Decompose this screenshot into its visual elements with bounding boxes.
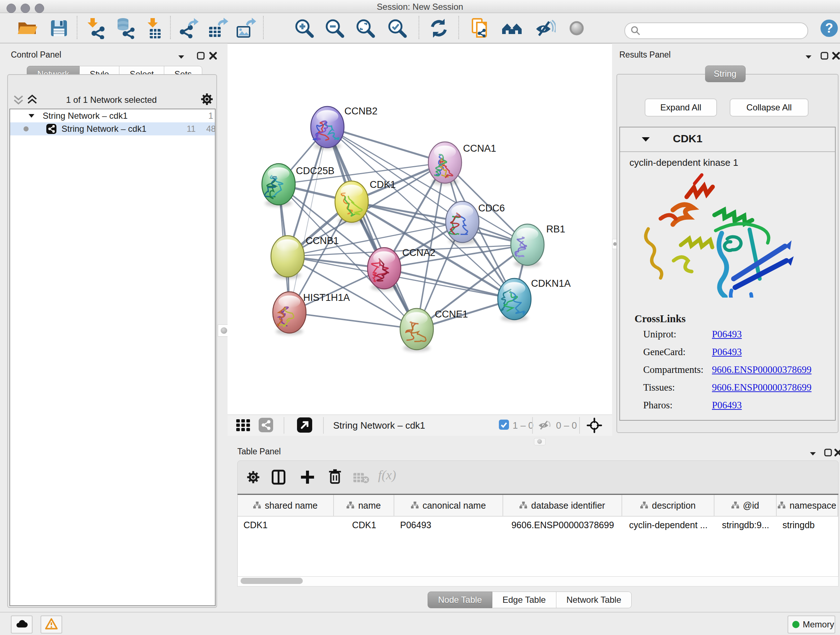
edge-HIST1H1A-CCNE1[interactable] [289,312,417,329]
horizontal-splitter-handle[interactable] [534,438,546,445]
collapse-all-button[interactable]: Collapse All [729,98,808,117]
entry-collapse-icon[interactable] [641,136,651,143]
crosslink-row: Compartments:9606.ENSP00000378699 [643,364,824,375]
table-cell[interactable]: CDK1 [334,516,394,533]
node-RB1[interactable]: RB1 [511,224,565,267]
crosslink-link[interactable]: P06493 [712,347,742,358]
cloud-icon [15,618,28,629]
open-session-icon[interactable] [16,17,38,39]
network-row-selected[interactable]: String Network – cdk1 11 48 [10,122,215,135]
control-panel-float-icon[interactable] [177,52,186,62]
add-column-icon[interactable] [299,469,316,486]
gray-sphere-icon[interactable] [566,17,587,39]
node-CCNA2[interactable]: CCNA2 [368,247,436,291]
tab-network-table[interactable]: Network Table [556,592,632,608]
memory-status-icon [792,621,800,629]
help-icon[interactable]: ? [819,18,840,40]
table-gear-icon[interactable] [246,470,261,485]
edge-CCNB2-HIST1H1A[interactable] [289,127,327,312]
node-CCNA1[interactable]: CCNA1 [428,142,496,185]
hidden-counts: 0 – 0 [556,420,577,431]
detach-view-icon[interactable] [297,417,312,432]
crosslink-link[interactable]: 9606.ENSP00000378699 [712,382,812,393]
delete-column-trash-icon[interactable] [327,468,343,485]
node-gloss [277,239,299,252]
table-panel-close-icon[interactable] [834,448,840,457]
show-columns-icon[interactable] [270,469,287,486]
crosslink-link[interactable]: P06493 [712,329,742,340]
footer-separator [579,417,580,434]
refresh-icon[interactable] [428,17,450,39]
save-session-icon[interactable] [48,17,70,39]
control-panel-maximize-icon[interactable] [196,51,205,60]
column-header-description[interactable]: description [622,495,714,516]
results-panel-float-icon[interactable] [804,52,813,62]
control-panel-title: Control Panel [11,50,61,60]
node-CDK1[interactable]: CDK1 [335,179,396,224]
table-cell[interactable]: P06493 [394,516,503,533]
tab-string[interactable]: String [705,65,745,82]
column-header-name[interactable]: name [334,495,394,516]
network-collection-row[interactable]: String Network – cdk1 1 [10,109,215,122]
network-graph[interactable]: CCNB2CCNA1CDC25BCDK1CDC6RB1CCNB1CCNA2CDK… [227,44,612,415]
node-gloss [373,251,395,264]
column-header-@id[interactable]: @id [714,495,777,516]
table-cell[interactable]: cyclin-dependent ... [622,516,714,533]
zoom-out-icon[interactable] [324,17,346,39]
column-header-database-identifier[interactable]: database identifier [503,495,622,516]
zoom-fit-icon[interactable] [355,17,376,39]
export-image-icon[interactable] [234,17,256,39]
memory-button[interactable]: Memory [788,616,835,633]
birds-eye-crosshair-icon[interactable] [586,417,602,433]
table-cell[interactable]: stringdb:9... [714,516,777,533]
node-gloss [452,205,474,217]
control-panel-close-icon[interactable] [208,51,218,60]
zoom-selected-icon[interactable] [386,17,408,39]
tree-expander-icon[interactable] [28,113,35,119]
table-horizontal-scrollbar[interactable] [237,576,838,586]
network-canvas[interactable]: CCNB2CCNA1CDC25BCDK1CDC6RB1CCNB1CCNA2CDK… [227,43,612,415]
table-cell[interactable]: stringdb [777,516,838,533]
hide-eye-slash-icon[interactable] [534,17,556,39]
entry-header[interactable]: CDK1 [620,127,835,152]
column-header-canonical-name[interactable]: canonical name [394,495,503,516]
import-network-file-icon[interactable] [86,17,108,39]
node-label-CDKN1A: CDKN1A [531,278,571,289]
warning-button[interactable] [41,616,62,633]
houses-icon[interactable] [501,17,523,39]
search-field[interactable] [624,22,808,39]
tab-node-table[interactable]: Node Table [428,592,493,608]
import-network-database-icon[interactable] [114,17,136,39]
crosslink-link[interactable]: P06493 [712,400,742,411]
selected-nodes-checkbox-icon[interactable] [499,420,509,430]
search-input[interactable] [644,25,801,36]
tab-edge-table[interactable]: Edge Table [493,592,556,608]
expand-all-button[interactable]: Expand All [645,98,717,117]
table-cell[interactable]: CDK1 [238,516,334,533]
node-CDKN1A[interactable]: CDKN1A [498,278,571,321]
edge-CCNA2-CDKN1A[interactable] [384,268,515,299]
results-panel-close-icon[interactable] [831,51,840,60]
network-view-share-icon[interactable] [259,418,273,432]
export-table-icon[interactable] [207,17,229,39]
table-panel-float-icon[interactable] [808,449,818,458]
node-HIST1H1A[interactable]: HIST1H1A [273,292,350,335]
edge-CCNB2-CCNA1[interactable] [327,127,445,163]
import-table-icon[interactable] [144,17,166,39]
copy-style-documents-icon[interactable] [470,17,491,39]
export-network-icon[interactable] [177,17,199,39]
column-header-shared-name[interactable]: shared name [238,495,334,516]
column-header-namespace[interactable]: namespace [777,495,838,516]
grid-view-icon[interactable] [236,419,252,432]
hidden-nodes-eye-icon[interactable] [537,420,552,431]
table-panel-maximize-icon[interactable] [823,448,833,457]
results-panel-maximize-icon[interactable] [820,51,829,60]
scrollbar-thumb[interactable] [240,578,303,584]
network-options-gear-icon[interactable] [200,92,214,106]
zoom-in-icon[interactable] [294,17,315,39]
results-panel-title: Results Panel [619,50,671,60]
table-cell[interactable]: 9606.ENSP00000378699 [503,516,622,533]
crosslink-link[interactable]: 9606.ENSP00000378699 [712,364,812,375]
cloud-button[interactable] [11,616,33,633]
table-row[interactable]: CDK1CDK1P064939606.ENSP00000378699cyclin… [238,516,838,533]
